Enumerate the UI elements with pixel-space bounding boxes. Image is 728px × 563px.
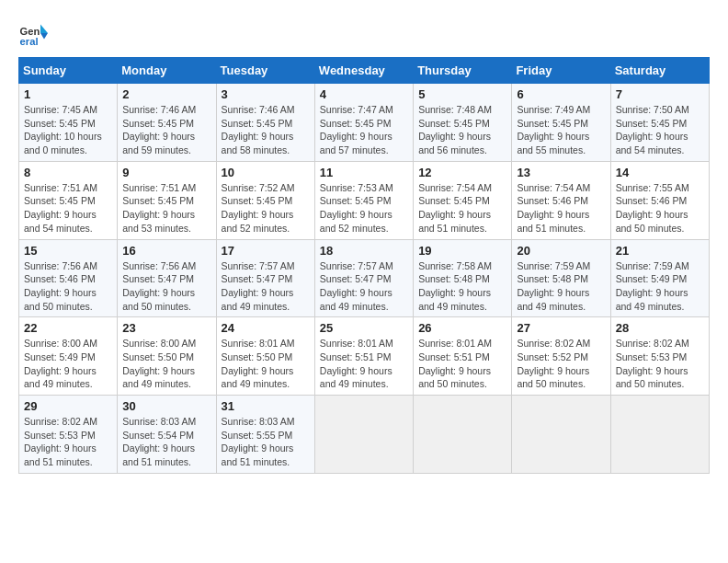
day-detail: Sunrise: 7:49 AM Sunset: 5:45 PM Dayligh…: [517, 103, 605, 157]
day-cell-29: 29Sunrise: 8:02 AM Sunset: 5:53 PM Dayli…: [19, 396, 118, 474]
day-cell-1: 1Sunrise: 7:45 AM Sunset: 5:45 PM Daylig…: [19, 84, 118, 162]
day-cell-30: 30Sunrise: 8:03 AM Sunset: 5:54 PM Dayli…: [118, 396, 216, 474]
day-number: 5: [418, 87, 506, 101]
empty-cell: [414, 396, 512, 474]
day-number: 11: [320, 166, 408, 179]
day-cell-18: 18Sunrise: 7:57 AM Sunset: 5:47 PM Dayli…: [314, 239, 413, 317]
day-cell-31: 31Sunrise: 8:03 AM Sunset: 5:55 PM Dayli…: [216, 396, 314, 474]
day-number: 20: [517, 244, 605, 258]
day-detail: Sunrise: 7:51 AM Sunset: 5:45 PM Dayligh…: [24, 181, 112, 236]
header-monday: Monday: [118, 58, 216, 84]
header-saturday: Saturday: [610, 58, 709, 84]
day-number: 26: [418, 321, 506, 335]
day-number: 10: [222, 166, 310, 179]
day-cell-25: 25Sunrise: 8:01 AM Sunset: 5:51 PM Dayli…: [314, 317, 413, 396]
day-detail: Sunrise: 7:56 AM Sunset: 5:47 PM Dayligh…: [122, 259, 210, 314]
svg-text:eral: eral: [20, 36, 39, 47]
day-detail: Sunrise: 8:02 AM Sunset: 5:52 PM Dayligh…: [517, 337, 605, 391]
day-number: 8: [24, 166, 112, 179]
day-cell-12: 12Sunrise: 7:54 AM Sunset: 5:45 PM Dayli…: [414, 161, 512, 239]
week-row-1: 1Sunrise: 7:45 AM Sunset: 5:45 PM Daylig…: [19, 84, 710, 162]
day-detail: Sunrise: 7:55 AM Sunset: 5:46 PM Dayligh…: [616, 181, 704, 236]
day-detail: Sunrise: 7:53 AM Sunset: 5:45 PM Dayligh…: [320, 181, 408, 236]
day-cell-16: 16Sunrise: 7:56 AM Sunset: 5:47 PM Dayli…: [118, 239, 216, 317]
day-cell-27: 27Sunrise: 8:02 AM Sunset: 5:52 PM Dayli…: [512, 317, 610, 396]
day-cell-20: 20Sunrise: 7:59 AM Sunset: 5:48 PM Dayli…: [512, 239, 610, 317]
day-number: 15: [24, 244, 112, 258]
svg-text:Gen: Gen: [20, 26, 40, 37]
calendar-header-row: SundayMondayTuesdayWednesdayThursdayFrid…: [19, 58, 710, 84]
day-detail: Sunrise: 8:03 AM Sunset: 5:54 PM Dayligh…: [122, 415, 210, 469]
day-detail: Sunrise: 7:59 AM Sunset: 5:48 PM Dayligh…: [517, 259, 605, 314]
day-detail: Sunrise: 7:50 AM Sunset: 5:45 PM Dayligh…: [616, 103, 704, 157]
svg-marker-2: [40, 24, 48, 33]
day-detail: Sunrise: 8:01 AM Sunset: 5:51 PM Dayligh…: [320, 337, 408, 391]
day-number: 14: [616, 166, 704, 179]
day-cell-3: 3Sunrise: 7:46 AM Sunset: 5:45 PM Daylig…: [216, 84, 314, 162]
day-cell-14: 14Sunrise: 7:55 AM Sunset: 5:46 PM Dayli…: [610, 161, 709, 239]
day-detail: Sunrise: 8:00 AM Sunset: 5:50 PM Dayligh…: [122, 337, 210, 391]
day-detail: Sunrise: 8:01 AM Sunset: 5:50 PM Dayligh…: [222, 337, 310, 391]
day-detail: Sunrise: 7:51 AM Sunset: 5:45 PM Dayligh…: [122, 181, 210, 236]
week-row-2: 8Sunrise: 7:51 AM Sunset: 5:45 PM Daylig…: [19, 161, 710, 239]
page-header: Gen eral: [18, 18, 710, 48]
day-cell-23: 23Sunrise: 8:00 AM Sunset: 5:50 PM Dayli…: [118, 317, 216, 396]
day-cell-17: 17Sunrise: 7:57 AM Sunset: 5:47 PM Dayli…: [216, 239, 314, 317]
week-row-5: 29Sunrise: 8:02 AM Sunset: 5:53 PM Dayli…: [19, 396, 710, 474]
day-number: 25: [320, 321, 408, 335]
day-number: 23: [122, 321, 210, 335]
day-cell-24: 24Sunrise: 8:01 AM Sunset: 5:50 PM Dayli…: [216, 317, 314, 396]
day-number: 3: [222, 87, 310, 101]
day-number: 16: [122, 244, 210, 258]
day-cell-19: 19Sunrise: 7:58 AM Sunset: 5:48 PM Dayli…: [414, 239, 512, 317]
day-detail: Sunrise: 7:54 AM Sunset: 5:45 PM Dayligh…: [418, 181, 506, 236]
day-number: 2: [122, 87, 210, 101]
day-number: 4: [320, 87, 408, 101]
day-number: 27: [517, 321, 605, 335]
day-number: 13: [517, 166, 605, 179]
day-detail: Sunrise: 7:47 AM Sunset: 5:45 PM Dayligh…: [320, 103, 408, 157]
day-detail: Sunrise: 8:03 AM Sunset: 5:55 PM Dayligh…: [222, 415, 310, 469]
day-number: 6: [517, 87, 605, 101]
empty-cell: [512, 396, 610, 474]
calendar-table: SundayMondayTuesdayWednesdayThursdayFrid…: [18, 57, 710, 474]
day-number: 30: [122, 399, 210, 413]
svg-marker-3: [40, 33, 48, 39]
day-number: 21: [616, 244, 704, 258]
day-detail: Sunrise: 7:54 AM Sunset: 5:46 PM Dayligh…: [517, 181, 605, 236]
day-number: 18: [320, 244, 408, 258]
day-detail: Sunrise: 8:02 AM Sunset: 5:53 PM Dayligh…: [24, 415, 112, 469]
empty-cell: [610, 396, 709, 474]
day-cell-13: 13Sunrise: 7:54 AM Sunset: 5:46 PM Dayli…: [512, 161, 610, 239]
day-number: 1: [24, 87, 112, 101]
header-tuesday: Tuesday: [216, 58, 314, 84]
day-number: 19: [418, 244, 506, 258]
day-cell-5: 5Sunrise: 7:48 AM Sunset: 5:45 PM Daylig…: [414, 84, 512, 162]
day-detail: Sunrise: 7:45 AM Sunset: 5:45 PM Dayligh…: [24, 103, 112, 157]
day-number: 9: [122, 166, 210, 179]
day-detail: Sunrise: 8:02 AM Sunset: 5:53 PM Dayligh…: [616, 337, 704, 391]
empty-cell: [314, 396, 413, 474]
logo: Gen eral: [18, 18, 53, 48]
day-cell-6: 6Sunrise: 7:49 AM Sunset: 5:45 PM Daylig…: [512, 84, 610, 162]
day-cell-2: 2Sunrise: 7:46 AM Sunset: 5:45 PM Daylig…: [118, 84, 216, 162]
day-detail: Sunrise: 8:01 AM Sunset: 5:51 PM Dayligh…: [418, 337, 506, 391]
day-detail: Sunrise: 7:56 AM Sunset: 5:46 PM Dayligh…: [24, 259, 112, 314]
day-cell-26: 26Sunrise: 8:01 AM Sunset: 5:51 PM Dayli…: [414, 317, 512, 396]
day-cell-22: 22Sunrise: 8:00 AM Sunset: 5:49 PM Dayli…: [19, 317, 118, 396]
day-number: 17: [222, 244, 310, 258]
logo-icon: Gen eral: [18, 18, 48, 48]
day-number: 29: [24, 399, 112, 413]
day-detail: Sunrise: 8:00 AM Sunset: 5:49 PM Dayligh…: [24, 337, 112, 391]
day-detail: Sunrise: 7:52 AM Sunset: 5:45 PM Dayligh…: [222, 181, 310, 236]
day-detail: Sunrise: 7:48 AM Sunset: 5:45 PM Dayligh…: [418, 103, 506, 157]
day-number: 7: [616, 87, 704, 101]
week-row-3: 15Sunrise: 7:56 AM Sunset: 5:46 PM Dayli…: [19, 239, 710, 317]
header-friday: Friday: [512, 58, 610, 84]
day-detail: Sunrise: 7:58 AM Sunset: 5:48 PM Dayligh…: [418, 259, 506, 314]
day-detail: Sunrise: 7:46 AM Sunset: 5:45 PM Dayligh…: [222, 103, 310, 157]
day-number: 12: [418, 166, 506, 179]
day-detail: Sunrise: 7:57 AM Sunset: 5:47 PM Dayligh…: [222, 259, 310, 314]
day-cell-11: 11Sunrise: 7:53 AM Sunset: 5:45 PM Dayli…: [314, 161, 413, 239]
day-cell-4: 4Sunrise: 7:47 AM Sunset: 5:45 PM Daylig…: [314, 84, 413, 162]
